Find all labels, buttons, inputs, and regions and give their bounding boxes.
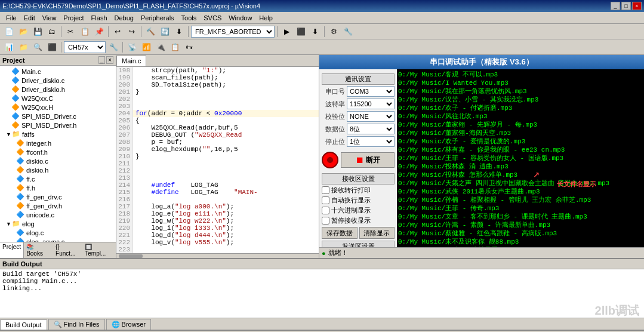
tree-item-0[interactable]: 🔷Main.c (1, 67, 115, 76)
tree-item-17[interactable]: ▼ 📁elog (1, 219, 115, 228)
menu-debug[interactable]: Debug (111, 13, 137, 23)
port-select[interactable]: COM3 (347, 86, 395, 97)
tree-item-12[interactable]: 🔷ff.c (1, 174, 115, 183)
save-all-btn[interactable]: 🗂 (45, 25, 58, 38)
tree-item-7[interactable]: ▼ 📁fatfs (1, 130, 115, 139)
recv-opt1-check[interactable] (322, 186, 329, 194)
menu-tools[interactable]: Tools (178, 13, 201, 23)
scrollbar-thumb[interactable] (119, 254, 143, 258)
menu-window[interactable]: Window (225, 13, 255, 23)
build-btn[interactable]: 🔨 (144, 25, 157, 38)
code-line-204: 204 for(addr = 0;addr < 0x20000 (116, 110, 319, 117)
clear-display-btn[interactable]: 清除显示 (359, 227, 395, 239)
tree-item-4[interactable]: 🔶W25Qxx.H (1, 103, 115, 112)
debug-run-btn[interactable]: ▶ (280, 25, 293, 38)
toolbar-secondary: 📊 📁 🔍 ⬛ CH57x 🔧 📡 📶 🔌 📋 🗝 (0, 39, 644, 55)
line-code-212 (133, 167, 140, 174)
debug-step-btn[interactable]: ⬇ (309, 25, 322, 38)
maximize-button[interactable]: □ (621, 2, 631, 10)
parity-select[interactable]: NONE (347, 111, 395, 122)
baud-select[interactable]: 115200 (347, 99, 395, 109)
tree-item-1[interactable]: 🔷Driver_diskio.c (1, 76, 115, 85)
cut-btn[interactable]: ✂ (64, 25, 77, 38)
tree-item-5[interactable]: 🔷SPI_MSD_Driver.c (1, 112, 115, 121)
comm-settings-title: 通讯设置 (322, 73, 395, 85)
tree-item-16[interactable]: 🔷unicode.c (1, 210, 115, 219)
bottom-tab-build[interactable]: Build Output (0, 319, 47, 330)
close-button[interactable]: × (632, 2, 642, 10)
tree-item-10[interactable]: 🔷diskio.c (1, 156, 115, 165)
tb2-btn2[interactable]: 📁 (17, 41, 30, 54)
record-button[interactable] (322, 152, 338, 168)
recv-opt2-check[interactable] (322, 196, 329, 204)
line-num-214: 214 (116, 182, 133, 189)
tb2-ext-btn2[interactable]: 📶 (140, 41, 153, 54)
tb2-ext-btn3[interactable]: 🔌 (154, 41, 167, 54)
serial-output[interactable]: 0:/My Music/客观 不可以.mp30:/My Music/I Want… (397, 69, 644, 247)
tree-item-9[interactable]: 🔶ffconf.h (1, 147, 115, 156)
download-btn[interactable]: ⬇ (172, 25, 186, 38)
databits-select[interactable]: 8位 (347, 124, 395, 134)
redo-btn[interactable]: ↪ (125, 25, 138, 38)
code-hscrollbar[interactable] (116, 253, 319, 258)
debug-stop-btn[interactable]: ⬛ (294, 25, 307, 38)
tb2-ext-btn1[interactable]: 📡 (125, 41, 138, 54)
tb2-ext-btn4[interactable]: 📋 (168, 41, 181, 54)
tree-item-8[interactable]: 🔶integer.h (1, 139, 115, 147)
menu-edit[interactable]: Edit (20, 13, 39, 23)
settings-btn[interactable]: 🔧 (341, 25, 355, 38)
tb2-chip-btn[interactable]: 🔧 (107, 41, 120, 54)
disconnect-button[interactable]: ⏹ 断开 (341, 152, 395, 168)
line-code-223 (133, 246, 140, 253)
menu-help[interactable]: Help (255, 13, 276, 23)
new-btn[interactable]: 📄 (2, 25, 16, 38)
bottom-tab-find[interactable]: 🔍 Find In Files (48, 319, 105, 330)
undo-btn[interactable]: ↩ (111, 25, 124, 38)
minimize-button[interactable]: _ (611, 2, 620, 10)
tb2-btn3[interactable]: 🔍 (31, 41, 44, 54)
menu-flash[interactable]: Flash (88, 13, 111, 23)
tab-project[interactable]: Project (0, 242, 24, 258)
tab-templ[interactable]: 🔲 Templ... (82, 242, 116, 258)
save-data-btn[interactable]: 保存数据 (322, 227, 358, 239)
menu-project[interactable]: Project (60, 13, 87, 23)
project-panel-minimize[interactable]: _ (98, 56, 106, 64)
tb2-btn4[interactable]: ⬛ (45, 41, 58, 54)
tb2-ext-btn5[interactable]: 🗝 (183, 41, 196, 54)
editor-tab-main[interactable]: Main.c (116, 56, 146, 66)
paste-btn[interactable]: 📌 (93, 25, 106, 38)
tree-item-11[interactable]: 🔶diskio.h (1, 165, 115, 174)
tree-item-18[interactable]: 🔷elog.c (1, 228, 115, 237)
target-dropdown[interactable]: FR_MKFS_ABORTED (191, 26, 275, 38)
build-output-content[interactable]: Build target 'CH57x' compiling Main.c...… (0, 269, 644, 318)
code-content[interactable]: 198 strcpy(path, "1:"); 199 scan_files(p… (116, 67, 319, 253)
menu-svcs[interactable]: SVCS (200, 13, 225, 23)
open-btn[interactable]: 📂 (17, 25, 30, 38)
tree-item-19[interactable]: 🔷elog_async.c (1, 237, 115, 242)
project-panel-close[interactable]: × (106, 56, 113, 64)
copy-btn[interactable]: 📋 (78, 25, 91, 38)
save-btn[interactable]: 💾 (31, 25, 44, 38)
stopbits-select[interactable]: 1位 (347, 136, 395, 147)
tree-item-3[interactable]: 🔷W25Qxx.C (1, 94, 115, 103)
recv-opt3-check[interactable] (322, 207, 329, 214)
peripherals-btn[interactable]: ⚙ (327, 25, 340, 38)
recv-opt4-check[interactable] (322, 217, 329, 225)
menu-view[interactable]: View (39, 13, 60, 23)
tree-item-6[interactable]: 🔶SPI_MSD_Driver.h (1, 121, 115, 130)
serial-panel-body: 通讯设置 串口号 COM3 波特率 115200 校验位 (319, 69, 644, 247)
menu-peripherals[interactable]: Peripherals (137, 13, 178, 23)
tab-books[interactable]: 📚 Books (24, 242, 53, 258)
code-line-223: 223 (116, 246, 319, 253)
rebuild-btn[interactable]: 🔄 (158, 25, 171, 38)
tb2-btn1[interactable]: 📊 (2, 41, 16, 54)
code-line-206: 206 W25QXX_Read(addr,buf,5 (116, 124, 319, 131)
tree-item-2[interactable]: 🔶Driver_diskio.h (1, 85, 115, 94)
bottom-tab-browser[interactable]: 🌐 Browser (106, 319, 151, 330)
tree-item-15[interactable]: 🔶ff_gen_drv.h (1, 201, 115, 210)
tree-item-13[interactable]: 🔶ff.h (1, 183, 115, 192)
tab-funcs[interactable]: {} Funct... (53, 242, 82, 258)
tree-item-14[interactable]: 🔷ff_gen_drv.c (1, 192, 115, 201)
menu-file[interactable]: File (2, 13, 20, 23)
chip-dropdown[interactable]: CH57x (64, 41, 106, 53)
